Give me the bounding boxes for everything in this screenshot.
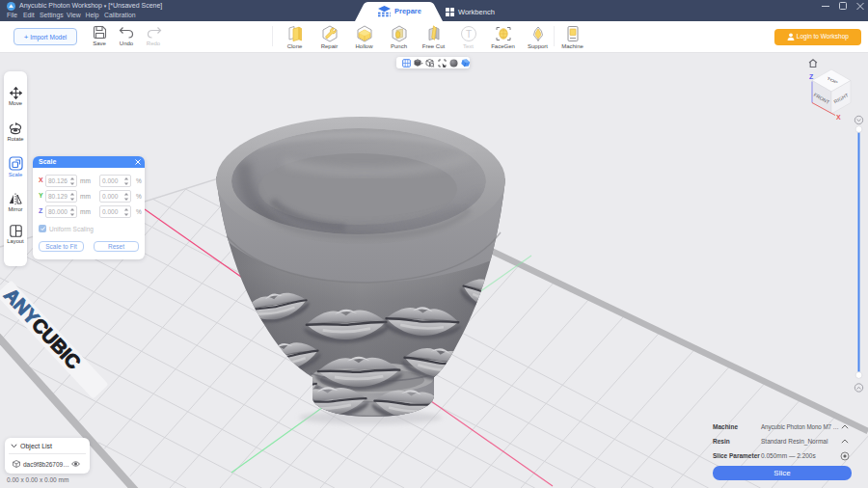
- svg-text:T: T: [465, 29, 471, 40]
- svg-text:X: X: [836, 114, 841, 121]
- svg-text:Z: Z: [809, 73, 814, 80]
